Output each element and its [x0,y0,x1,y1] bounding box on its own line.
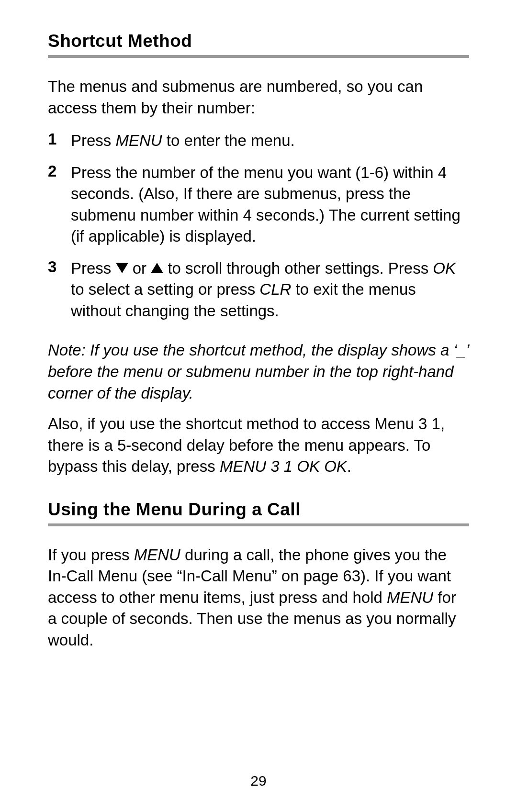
step-text: Press the number of the menu you want (1… [71,162,469,247]
svg-marker-0 [116,263,128,273]
step-text: Press or to scroll through other setting… [71,258,469,322]
step-1: 1 Press MENU to enter the menu. [48,130,469,152]
section-using-menu-during-call: Using the Menu During a Call If you pres… [48,500,469,651]
step-number: 1 [48,130,71,148]
steps-list: 1 Press MENU to enter the menu. 2 Press … [48,130,469,322]
key-menu: MENU [116,132,162,149]
also-paragraph: Also, if you use the shortcut method to … [48,413,469,478]
note-paragraph: Note: If you use the shortcut method, th… [48,340,469,404]
key-ok: OK [433,259,456,277]
key-menu: MENU [134,546,180,564]
step-number: 2 [48,162,71,180]
step-number: 3 [48,258,71,276]
key-clr: CLR [259,280,291,298]
step-text: Press MENU to enter the menu. [71,130,295,152]
section-shortcut-method: Shortcut Method The menus and submenus a… [48,31,469,478]
heading-rule [48,523,469,526]
heading-rule [48,55,469,58]
step-3: 3 Press or to scroll through other setti… [48,258,469,322]
down-triangle-icon [116,263,128,273]
step-2: 2 Press the number of the menu you want … [48,162,469,247]
heading-shortcut-method: Shortcut Method [48,31,469,51]
body-paragraph: If you press MENU during a call, the pho… [48,545,469,651]
key-menu: MENU [387,589,433,606]
svg-marker-1 [151,263,163,273]
heading-using-menu-during-call: Using the Menu During a Call [48,500,469,520]
page-number: 29 [0,773,517,789]
up-triangle-icon [151,263,163,273]
key-sequence: MENU 3 1 OK OK [220,457,347,475]
intro-paragraph: The menus and submenus are numbered, so … [48,76,469,119]
